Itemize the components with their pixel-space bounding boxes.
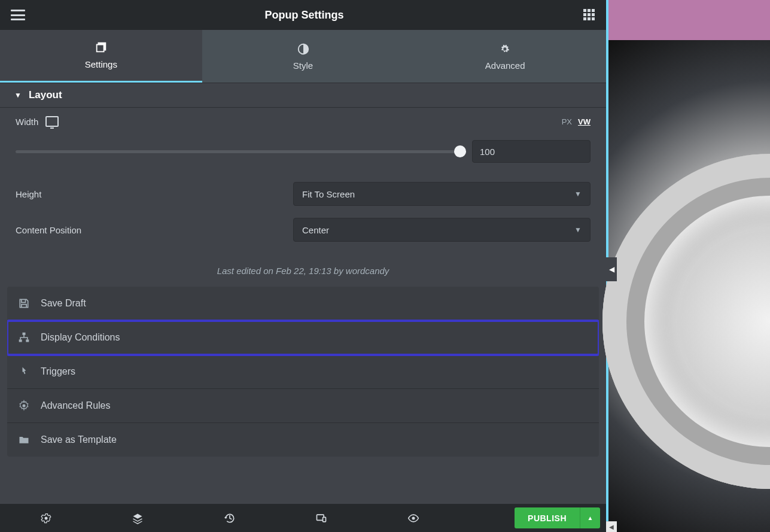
svg-point-8 <box>412 516 415 519</box>
publish-button[interactable]: PUBLISH <box>515 507 580 528</box>
save-icon <box>18 297 30 309</box>
height-select[interactable]: Fit To Screen ▼ <box>293 182 591 206</box>
preview-header-band <box>608 0 770 40</box>
section-layout-header[interactable]: ▼ Layout <box>0 83 606 108</box>
menu-advanced-rules[interactable]: Advanced Rules <box>7 389 599 423</box>
width-input[interactable] <box>472 140 591 163</box>
menu-item-label: Triggers <box>41 366 75 377</box>
height-label: Height <box>16 189 41 199</box>
pointer-icon <box>18 366 30 378</box>
gear-icon <box>498 42 512 56</box>
svg-point-5 <box>44 516 47 519</box>
apps-grid-icon[interactable] <box>583 9 595 21</box>
settings-gear-icon[interactable] <box>40 512 52 524</box>
menu-item-label: Save Draft <box>41 298 86 309</box>
svg-point-4 <box>23 405 26 408</box>
menu-item-label: Advanced Rules <box>41 400 111 411</box>
content-position-label: Content Position <box>16 225 81 235</box>
svg-rect-7 <box>323 517 326 522</box>
height-value: Fit To Screen <box>302 189 355 199</box>
chevron-down-icon: ▼ <box>574 226 582 234</box>
preview-image <box>608 40 770 532</box>
tab-label: Style <box>293 60 313 71</box>
layers-icon[interactable] <box>132 512 144 524</box>
svg-rect-3 <box>26 339 29 342</box>
last-edited-text: Last edited on Feb 22, 19:13 by wordcand… <box>0 257 606 287</box>
svg-rect-1 <box>23 333 26 335</box>
content-position-select[interactable]: Center ▼ <box>293 218 591 242</box>
slider-thumb[interactable] <box>454 145 466 157</box>
tab-advanced[interactable]: Advanced <box>404 30 606 83</box>
menu-save-draft[interactable]: Save Draft <box>7 287 599 321</box>
pages-icon <box>95 41 108 54</box>
width-label: Width <box>16 117 38 127</box>
unit-px[interactable]: PX <box>562 117 572 126</box>
history-icon[interactable] <box>224 512 236 524</box>
horizontal-scroll-left-icon[interactable]: ◀ <box>606 521 617 532</box>
content-position-value: Center <box>302 225 329 235</box>
chevron-down-icon: ▼ <box>14 91 22 99</box>
gear-icon <box>18 400 30 412</box>
width-slider[interactable] <box>16 150 460 153</box>
tab-style[interactable]: Style <box>202 30 404 83</box>
menu-item-label: Display Conditions <box>41 332 120 343</box>
chevron-left-icon: ◀ <box>609 265 614 273</box>
menu-display-conditions[interactable]: Display Conditions <box>7 321 599 355</box>
folder-icon <box>18 434 30 446</box>
publish-dropdown-button[interactable]: ▲ <box>580 507 600 528</box>
sitemap-icon <box>18 332 30 343</box>
tab-settings[interactable]: Settings <box>0 30 202 83</box>
eye-icon[interactable] <box>407 512 419 524</box>
chevron-down-icon: ▼ <box>574 190 582 198</box>
canvas-preview[interactable] <box>606 0 770 532</box>
tab-label: Settings <box>85 59 117 69</box>
unit-vw[interactable]: VW <box>578 117 591 126</box>
menu-item-label: Save as Template <box>41 434 117 445</box>
tab-label: Advanced <box>485 60 525 71</box>
responsive-icon[interactable] <box>315 512 327 524</box>
svg-rect-2 <box>19 339 22 342</box>
chevron-up-icon: ▲ <box>588 515 594 521</box>
menu-icon[interactable] <box>11 10 25 20</box>
desktop-icon[interactable] <box>45 116 59 127</box>
page-title: Popup Settings <box>265 9 344 22</box>
menu-save-template[interactable]: Save as Template <box>7 423 599 457</box>
contrast-icon <box>297 42 310 56</box>
panel-collapse-handle[interactable]: ◀ <box>606 257 617 281</box>
section-title: Layout <box>29 89 62 101</box>
menu-triggers[interactable]: Triggers <box>7 355 599 389</box>
